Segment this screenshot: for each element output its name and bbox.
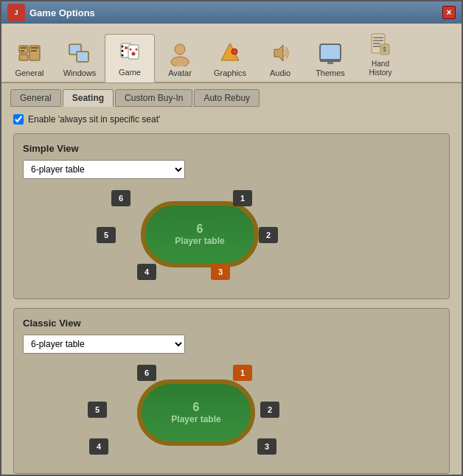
simple-table-num: 6 xyxy=(197,223,203,236)
game-icon xyxy=(116,39,143,66)
simple-seat-3[interactable]: 3 xyxy=(211,264,230,280)
main-window: J Game Options × General xyxy=(0,0,463,476)
svg-rect-30 xyxy=(373,37,383,38)
classic-view-dropdown-row: 6-player table9-player table2-player tab… xyxy=(23,335,440,354)
windows-icon xyxy=(66,40,93,66)
tab-custom-buyin[interactable]: Custom Buy-In xyxy=(115,89,192,107)
svg-rect-31 xyxy=(373,40,383,41)
svg-point-16 xyxy=(136,49,138,51)
hand-history-icon: $ xyxy=(367,31,394,57)
simple-view-dropdown-row: 6-player table9-player table2-player tab… xyxy=(23,160,440,179)
simple-view-panel: Simple View 6-player table9-player table… xyxy=(13,133,450,299)
svg-point-17 xyxy=(122,46,124,48)
classic-seat-5[interactable]: 5 xyxy=(88,402,107,418)
nav-label-general: General xyxy=(15,69,43,77)
simple-seat-5[interactable]: 5 xyxy=(97,227,116,243)
always-sit-label: Enable 'always sit in specific seat' xyxy=(28,114,160,125)
nav-item-windows[interactable]: Windows xyxy=(55,35,105,82)
simple-view-title: Simple View xyxy=(23,143,440,154)
svg-rect-4 xyxy=(21,50,24,52)
classic-seat-1[interactable]: 1 xyxy=(233,365,252,381)
classic-seat-2[interactable]: 2 xyxy=(260,402,279,418)
tab-seating[interactable]: Seating xyxy=(63,89,114,107)
svg-rect-0 xyxy=(19,46,28,53)
simple-seat-1[interactable]: 1 xyxy=(233,190,252,206)
svg-rect-6 xyxy=(31,50,37,52)
svg-marker-24 xyxy=(274,45,283,61)
graphics-icon xyxy=(217,40,243,66)
simple-view-table-area: 6 Player table 6 1 2 3 4 5 xyxy=(23,186,440,290)
classic-table-label: Player table xyxy=(171,414,220,424)
themes-icon xyxy=(317,40,344,66)
avatar-icon xyxy=(167,40,193,66)
classic-seat-4[interactable]: 4 xyxy=(89,438,108,455)
svg-point-18 xyxy=(122,50,124,52)
simple-view-dropdown[interactable]: 6-player table9-player table2-player tab… xyxy=(23,160,185,179)
nav-item-general[interactable]: General xyxy=(4,35,55,82)
simple-seat-6[interactable]: 6 xyxy=(111,190,130,206)
window-title: Game Options xyxy=(29,7,442,18)
svg-rect-26 xyxy=(321,45,340,60)
content-area: Enable 'always sit in specific seat' Sim… xyxy=(1,107,462,475)
svg-point-19 xyxy=(122,55,124,57)
logo-text: J xyxy=(14,9,18,16)
simple-table-label: Player table xyxy=(175,236,224,246)
simple-seat-4[interactable]: 4 xyxy=(137,264,156,280)
svg-rect-1 xyxy=(19,55,28,60)
nav-label-audio: Audio xyxy=(270,69,290,77)
svg-rect-28 xyxy=(327,62,333,64)
svg-point-21 xyxy=(171,57,189,66)
nav-label-windows: Windows xyxy=(63,69,97,77)
svg-rect-5 xyxy=(31,47,38,49)
tab-auto-rebuy[interactable]: Auto Rebuy xyxy=(194,89,260,107)
nav-label-graphics: Graphics xyxy=(214,69,246,77)
nav-label-game: Game xyxy=(119,68,141,77)
nav-item-avatar[interactable]: Avatar xyxy=(155,35,205,82)
svg-point-15 xyxy=(130,49,132,51)
close-button[interactable]: × xyxy=(442,6,456,19)
simple-view-table: 6 Player table xyxy=(141,201,259,267)
nav-label-avatar: Avatar xyxy=(168,69,192,77)
always-sit-row: Enable 'always sit in specific seat' xyxy=(13,114,450,125)
title-bar: J Game Options × xyxy=(1,1,462,24)
svg-rect-32 xyxy=(373,43,380,44)
svg-point-12 xyxy=(125,46,128,49)
nav-item-graphics[interactable]: Graphics xyxy=(205,35,255,82)
classic-view-dropdown[interactable]: 6-player table9-player table2-player tab… xyxy=(23,335,185,354)
nav-item-audio[interactable]: Audio xyxy=(255,35,305,82)
svg-point-14 xyxy=(132,52,136,56)
svg-rect-3 xyxy=(21,47,27,49)
audio-icon xyxy=(267,40,293,66)
tab-general[interactable]: General xyxy=(10,89,61,107)
classic-view-panel: Classic View 6-player table9-player tabl… xyxy=(13,308,450,474)
svg-rect-10 xyxy=(77,52,88,61)
nav-label-themes: Themes xyxy=(316,69,345,77)
nav-bar: General Windows xyxy=(1,24,462,83)
tab-bar: General Seating Custom Buy-In Auto Rebuy xyxy=(1,83,462,107)
svg-rect-27 xyxy=(320,59,341,62)
nav-label-hand-history: HandHistory xyxy=(369,60,391,77)
general-icon xyxy=(16,40,43,66)
classic-seat-3[interactable]: 3 xyxy=(257,438,276,455)
classic-table-num: 6 xyxy=(193,401,200,414)
app-logo: J xyxy=(7,4,25,21)
nav-item-themes[interactable]: Themes xyxy=(305,35,355,82)
nav-item-game[interactable]: Game xyxy=(105,34,155,83)
svg-point-20 xyxy=(175,44,185,55)
classic-view-title: Classic View xyxy=(23,318,440,329)
svg-point-23 xyxy=(232,49,237,55)
svg-text:$: $ xyxy=(383,46,386,53)
nav-item-hand-history[interactable]: $ HandHistory xyxy=(355,27,405,82)
classic-view-table-area: 6 Player table 6 1 2 3 4 5 xyxy=(23,361,440,464)
classic-view-table: 6 Player table xyxy=(137,379,255,446)
classic-seat-6[interactable]: 6 xyxy=(137,365,156,381)
simple-seat-2[interactable]: 2 xyxy=(259,227,278,243)
always-sit-checkbox[interactable] xyxy=(13,114,24,125)
